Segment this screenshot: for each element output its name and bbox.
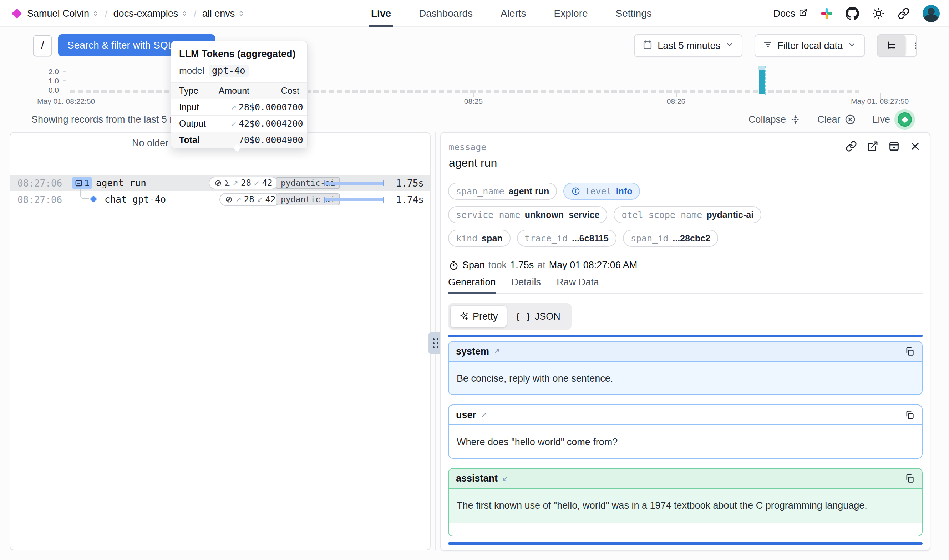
copy-icon[interactable] [905,410,915,420]
logfire-logo-icon[interactable] [12,9,22,19]
service-name-pill[interactable]: service_name unknown_service [448,206,607,223]
list-view-toggle[interactable] [906,35,917,56]
trace-row-chat-gpt4o[interactable]: 08:27:06 chat gpt-4o ↗ 28 ↙ 42 pydantic-… [10,191,430,208]
filter-icon [763,40,772,52]
tab-live[interactable]: Live [371,0,391,27]
message-text: Where does "hello world" come from? [449,425,922,459]
open-in-new-icon[interactable] [867,140,878,152]
github-icon[interactable] [846,7,859,20]
token-coin-icon [214,179,222,187]
user-avatar[interactable] [923,5,940,22]
duration-text: 1.74s [396,194,424,205]
token-usage-pill[interactable]: Σ ↗ 28 ↙ 42 [209,177,278,189]
clear-button[interactable]: Clear [817,114,856,125]
copy-icon[interactable] [905,473,915,483]
otel-scope-pill[interactable]: otel_scope_name pydantic-ai [614,206,761,223]
filter-local-data-select[interactable]: Filter local data [755,34,865,57]
theme-sun-icon[interactable] [872,7,885,20]
pretty-toggle[interactable]: Pretty [451,306,507,327]
close-icon[interactable] [910,141,920,152]
level-pill[interactable]: level Info [563,183,640,200]
tab-alerts[interactable]: Alerts [501,0,526,27]
time-range-value: Last 5 minutes [658,40,720,51]
model-value: gpt-4o [209,65,249,77]
message-card-system: system ↗ Be concise, reply with one sent… [448,341,923,395]
kind-pill[interactable]: kind span [448,230,511,247]
tooltip-model-row: model gpt-4o [171,62,307,82]
env-switcher[interactable]: all envs [202,8,245,19]
x-axis-line [859,93,880,94]
span-name: agent run [96,178,146,188]
llm-tokens-tooltip: LLM Tokens (aggregated) model gpt-4o Typ… [171,41,308,148]
tab-raw-data[interactable]: Raw Data [557,276,599,293]
json-label: JSON [535,311,560,322]
org-switcher[interactable]: Samuel Colvin [27,8,99,19]
token-usage-pill[interactable]: ↗ 28 ↙ 42 [219,193,281,206]
record-spike-bar[interactable] [758,66,766,94]
pretty-json-toggle: Pretty { } JSON [448,303,572,329]
chevron-updown-icon [238,10,245,17]
content-top-rule [448,335,923,337]
breadcrumb-separator: / [194,8,197,19]
span-name-pill[interactable]: span_name agent run [448,183,557,200]
y-tick: 2.0 [34,68,59,76]
chevron-down-icon [847,40,856,51]
json-toggle[interactable]: { } JSON [507,306,569,327]
slack-icon[interactable] [821,8,833,20]
project-switcher[interactable]: docs-examples [114,8,188,19]
spike-bar [759,69,764,94]
detail-panel-actions [846,140,920,152]
tree-view-toggle[interactable] [878,35,906,56]
input-tokens: 28 [241,178,251,188]
clear-circle-x-icon [844,114,856,125]
duration-bar [324,182,384,185]
trace-list-panel: No older 08:27:06 1 agent run Σ ↗ 28 ↙ 4… [10,132,431,550]
col-amount: Amount [215,86,249,96]
collapse-children-button[interactable]: 1 [72,177,92,189]
y-tick: 0.0 [34,86,59,94]
collapse-children-icon [75,179,83,187]
input-arrow-icon: ↗ [231,103,237,112]
timer-icon [449,260,459,270]
tree-connector [80,189,89,199]
badge-row-1: span_name agent run level Info [448,183,640,200]
calendar-icon [643,40,652,52]
message-card-assistant: assistant ↙ The first known use of "hell… [448,468,923,537]
docs-link[interactable]: Docs [773,8,808,19]
span-word: Span [462,260,485,271]
info-icon [571,186,580,196]
slash-shortcut-key[interactable]: / [33,35,52,56]
copy-icon[interactable] [905,346,915,356]
tab-settings[interactable]: Settings [616,0,652,27]
span-id-pill[interactable]: span_id ...28cbc2 [623,230,718,247]
live-toggle[interactable]: Live [872,109,915,130]
tab-dashboards[interactable]: Dashboards [419,0,473,27]
trace-id-pill[interactable]: trace_id ...6c8115 [517,230,617,247]
share-link-icon[interactable] [898,8,910,20]
y-axis-tick [63,71,66,72]
dock-panel-icon[interactable] [888,140,900,152]
list-controls: Collapse Clear Live [749,109,915,130]
trace-row-agent-run[interactable]: 08:27:06 1 agent run Σ ↗ 28 ↙ 42 pydanti… [10,175,430,191]
input-arrow-icon: ↗ [235,195,241,204]
pill-value: ...6c8115 [572,233,609,244]
span-diamond-icon [90,195,97,203]
trace-timestamp: 08:27:06 [17,178,62,189]
tab-explore[interactable]: Explore [554,0,588,27]
message-header: assistant ↙ [449,469,922,489]
input-arrow-icon: ↗ [494,347,500,356]
message-header: system ↗ [449,342,922,362]
tooltip-row-input: Input ↗28 $0.0000700 [171,99,307,115]
docs-label: Docs [773,8,795,19]
copy-link-icon[interactable] [846,140,857,152]
time-range-select[interactable]: Last 5 minutes [634,34,743,57]
main-tabs: Live Dashboards Alerts Explore Settings [371,0,652,27]
collapse-button[interactable]: Collapse [749,114,801,125]
pill-label: level [585,186,612,197]
pill-value: agent run [508,186,549,197]
badge-row-2: service_name unknown_service otel_scope_… [448,206,761,223]
output-arrow-icon: ↙ [502,474,508,483]
tab-generation[interactable]: Generation [448,276,496,293]
took-duration: 1.75s [510,260,534,271]
tab-details[interactable]: Details [512,276,541,293]
